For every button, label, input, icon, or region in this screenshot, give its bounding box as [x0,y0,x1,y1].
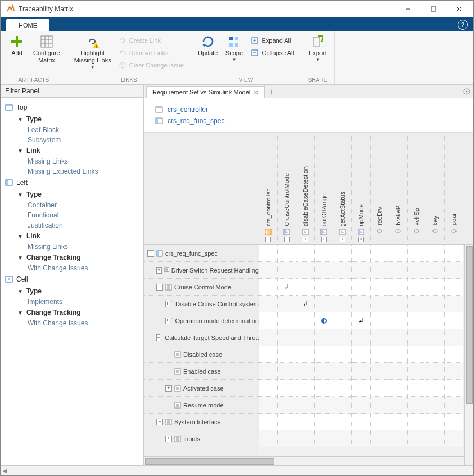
column-header[interactable]: gear [445,133,463,244]
matrix-cell[interactable] [408,397,426,414]
row-header[interactable]: +Activated case [144,380,259,397]
matrix-cell[interactable] [445,296,463,312]
matrix-cell[interactable] [445,430,463,447]
matrix-cell[interactable] [278,346,296,363]
matrix-cell[interactable] [389,312,408,329]
filter-subsystem[interactable]: Subsystem [1,135,143,145]
matrix-cell[interactable] [278,397,296,414]
configure-matrix-button[interactable]: Configure Matrix [31,34,62,65]
matrix-cell[interactable] [445,380,463,397]
filter-leaf-block[interactable]: Leaf Block [1,125,143,135]
add-button[interactable]: Add [5,34,29,58]
filter-cell-type[interactable]: ▼Type [1,285,143,297]
column-header[interactable]: crs_controller− [259,133,278,244]
matrix-cell[interactable] [408,363,426,380]
collapse-all-button[interactable]: Collapse All [248,47,296,58]
vertical-scrollbar[interactable] [464,245,473,456]
matrix-cell[interactable] [296,397,315,414]
matrix-cell[interactable] [371,296,389,312]
matrix-cell[interactable] [389,262,408,279]
matrix-cell[interactable] [389,346,408,363]
matrix-cell[interactable] [371,363,389,380]
matrix-cell[interactable] [333,262,352,279]
scroll-thumb[interactable] [145,458,274,465]
expand-toggle[interactable]: − [284,237,290,242]
matrix-cell[interactable] [259,380,278,397]
row-header[interactable]: −Cruise Control Mode [144,279,259,296]
matrix-cell[interactable] [352,262,371,279]
row-header[interactable]: +Driver Switch Request Handling [144,262,259,279]
expand-toggle[interactable]: − [265,237,271,242]
matrix-cell[interactable] [296,346,315,363]
matrix-cell[interactable] [333,312,352,329]
remove-links-button[interactable]: Remove Links [116,47,186,58]
matrix-cell[interactable] [389,296,408,312]
matrix-cell[interactable] [352,346,371,363]
matrix-cell[interactable] [278,296,296,312]
scroll-thumb[interactable] [466,246,473,404]
add-tab-button[interactable]: + [264,85,278,98]
column-header[interactable]: reqDrv [371,133,389,244]
matrix-cell[interactable] [315,397,333,414]
matrix-cell[interactable] [259,279,278,296]
tab-close-icon[interactable]: ✕ [254,89,258,96]
matrix-cell[interactable] [408,296,426,312]
row-header[interactable]: +Inputs [144,430,259,447]
matrix-cell[interactable] [315,346,333,363]
matrix-cell[interactable] [278,262,296,279]
row-header[interactable]: Enabled case [144,363,259,380]
row-header[interactable]: −Calculate Target Speed and Throttle [144,329,259,346]
matrix-cell[interactable] [408,430,426,447]
highlight-missing-links-button[interactable]: ! Highlight Missing Links ▼ [72,34,114,71]
matrix-cell[interactable] [408,245,426,262]
artifact-req[interactable]: crs_req_func_spec [155,115,462,126]
column-header[interactable]: getActStatus+ [333,133,352,244]
help-button[interactable]: ? [458,20,468,30]
matrix-cell[interactable] [408,312,426,329]
matrix-cell[interactable] [445,346,463,363]
expand-toggle[interactable]: + [303,237,308,242]
row-header[interactable]: Resume mode [144,397,259,414]
matrix-cell[interactable] [426,245,445,262]
matrix-cell[interactable] [445,329,463,346]
matrix-cell[interactable] [389,363,408,380]
matrix-cell[interactable] [445,245,463,262]
matrix-cell[interactable] [333,397,352,414]
matrix-cell[interactable] [259,312,278,329]
matrix-cell[interactable] [315,245,333,262]
matrix-cell[interactable]: ↲ [278,279,296,296]
expand-all-button[interactable]: Expand All [248,35,296,46]
matrix-cell[interactable] [315,380,333,397]
matrix-cell[interactable]: ↲ [352,312,371,329]
row-header[interactable]: −System Interface [144,414,259,430]
matrix-cell[interactable] [315,296,333,312]
row-header[interactable]: +Operation mode determination [144,312,259,329]
matrix-cell[interactable] [315,312,333,329]
matrix-cell[interactable] [426,380,445,397]
matrix-cell[interactable] [389,245,408,262]
close-button[interactable] [446,1,471,17]
matrix-cell[interactable] [408,262,426,279]
column-header[interactable]: disableCaseDetection+ [296,133,315,244]
filter-cell-wci[interactable]: With Change Issues [1,318,143,328]
expand-toggle[interactable]: − [156,334,160,341]
matrix-cell[interactable] [371,430,389,447]
matrix-cell[interactable] [352,245,371,262]
matrix-cell[interactable] [296,329,315,346]
matrix-cell[interactable] [315,279,333,296]
matrix-cell[interactable] [278,380,296,397]
matrix-cell[interactable] [445,312,463,329]
matrix-cell[interactable] [389,329,408,346]
matrix-cell[interactable] [408,329,426,346]
export-button[interactable]: Export ▼ [306,34,329,64]
filter-left-ct[interactable]: ▼Change Tracking [1,252,143,263]
expand-toggle[interactable]: + [165,318,169,324]
matrix-cell[interactable] [333,380,352,397]
update-button[interactable]: Update [196,34,220,58]
filter-left-type[interactable]: ▼Type [1,189,143,200]
matrix-cell[interactable] [426,397,445,414]
matrix-cell[interactable] [371,312,389,329]
tab-options-button[interactable] [463,85,470,98]
matrix-cell[interactable] [315,262,333,279]
filter-section-left[interactable]: Left [1,176,143,189]
